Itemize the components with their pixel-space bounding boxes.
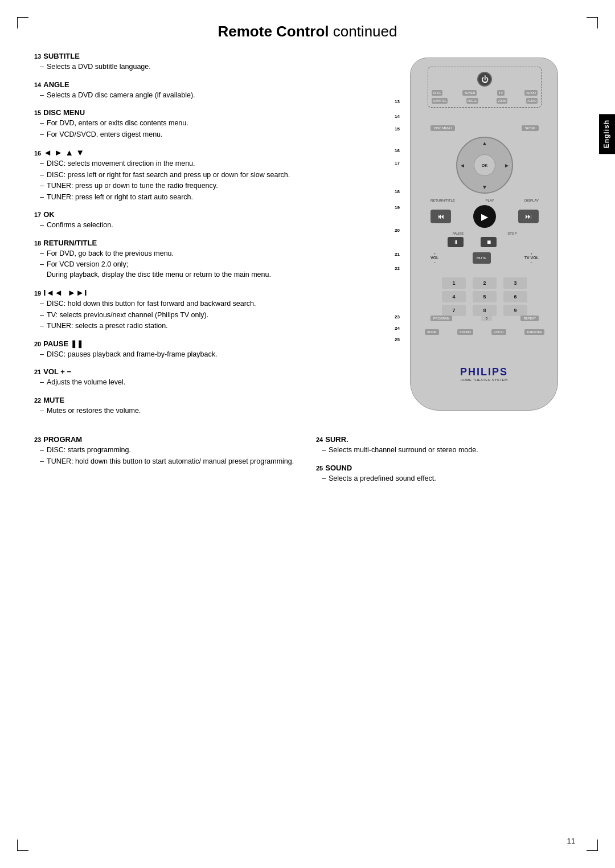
nav-ring: ▲ ▼ ◄ ► OK: [456, 137, 513, 194]
nav-left-arrow[interactable]: ◄: [460, 162, 465, 169]
list-item: For VCD/SVCD, enters digest menu.: [40, 130, 376, 140]
remote-container: 13 14 15 16 17 18 19 20 21: [399, 58, 569, 411]
section-25-header: 25 SOUND: [316, 464, 581, 472]
section-20-header: 20 PAUSE ❚❚: [34, 339, 376, 348]
nav-right-arrow[interactable]: ►: [504, 162, 510, 169]
vocal-button[interactable]: VOCAL: [491, 329, 507, 335]
stop-label: STOP: [507, 232, 516, 235]
remote-wrapper: 13 14 15 16 17 18 19 20 21: [387, 52, 581, 416]
num-0-button[interactable]: 0: [481, 316, 492, 321]
page-title-normal: continued: [329, 23, 397, 40]
row-label-18: 18: [395, 189, 400, 196]
pause-stop-labels: PAUSE STOP: [430, 232, 539, 235]
next-button[interactable]: ⏭: [518, 210, 539, 223]
section-21-list: Adjusts the volume level.: [34, 378, 376, 388]
list-item: For VCD version 2.0 only;During playback…: [40, 260, 376, 280]
stop-button[interactable]: ⏹: [481, 237, 497, 247]
corner-mark-tr: [587, 17, 598, 28]
num-6-button[interactable]: 6: [503, 291, 527, 302]
num-7-button[interactable]: 7: [442, 305, 466, 316]
section-18-title: RETURN/TITLE: [43, 239, 97, 247]
section-22: 22 MUTE Mutes or restores the volume.: [34, 396, 376, 416]
section-15-title: DISC MENU: [43, 108, 85, 117]
nav-up-arrow[interactable]: ▲: [482, 140, 487, 146]
list-item: DISC: pauses playback and frame-by-frame…: [40, 350, 376, 360]
section-24-list: Selects multi-channel surround or stereo…: [316, 445, 581, 456]
list-item: Mutes or restores the volume.: [40, 406, 376, 416]
page-title-bold: Remote Control: [218, 23, 329, 40]
repeat-button[interactable]: REPEAT: [520, 316, 539, 321]
section-23-num: 23: [34, 436, 41, 443]
karaoke-button[interactable]: KARAOKE: [524, 329, 544, 335]
section-17-title: OK: [43, 210, 55, 219]
disc-source-button[interactable]: DISC: [432, 90, 442, 96]
prev-button[interactable]: ⏮: [430, 210, 451, 223]
tuner-source-button[interactable]: TUNER: [462, 90, 477, 96]
sound-button[interactable]: SOUND: [457, 329, 473, 335]
play-button[interactable]: ▶: [473, 205, 496, 228]
row-label-13: 13: [395, 99, 400, 107]
section-18-list: For DVD, go back to the previous menu. F…: [34, 249, 376, 280]
section-15: 15 DISC MENU For DVD, enters or exits di…: [34, 108, 376, 140]
numpad-row-2: 4 5 6: [442, 291, 527, 302]
numpad-row-1: 1 2 3: [442, 277, 527, 289]
tv-source-button[interactable]: TV: [497, 90, 505, 96]
ok-button[interactable]: OK: [474, 154, 495, 176]
section-19: 19 I◄◄ ►►I DISC: hold down this button f…: [34, 288, 376, 331]
section-25-title: SOUND: [325, 464, 352, 472]
section-18-header: 18 RETURN/TITLE: [34, 239, 376, 247]
section-25-num: 25: [316, 465, 323, 472]
power-button[interactable]: ⏻: [477, 72, 492, 87]
num-1-button[interactable]: 1: [442, 277, 466, 289]
pause-button[interactable]: ⏸: [448, 237, 464, 247]
surr-row: SURR. SOUND VOCAL KARAOKE: [425, 329, 544, 335]
nav-circle: ▲ ▼ ◄ ► OK: [456, 137, 513, 194]
setup-button[interactable]: SETUP: [522, 125, 539, 131]
list-item: TUNER: press left or right to start auto…: [40, 193, 376, 203]
philips-brand-name: PHILIPS: [460, 366, 508, 378]
numpad-row-3: 7 8 9: [442, 305, 527, 316]
section-22-title: MUTE: [43, 396, 64, 404]
nav-down-arrow[interactable]: ▼: [482, 184, 487, 190]
audio-func-button[interactable]: AUDIO: [526, 98, 538, 104]
surr-button[interactable]: SURR.: [425, 329, 439, 335]
row-label-22: 22: [395, 266, 400, 273]
page-number: 11: [567, 837, 575, 845]
num-4-button[interactable]: 4: [442, 291, 466, 302]
num-8-button[interactable]: 8: [473, 305, 497, 316]
list-item: For DVD, go back to the previous menu.: [40, 249, 376, 259]
list-item: For DVD, enters or exits disc contents m…: [40, 118, 376, 129]
angle-func-button[interactable]: ANGLE: [466, 98, 478, 104]
row-label-17: 17: [395, 161, 400, 168]
section-13-num: 13: [34, 53, 41, 60]
section-15-list: For DVD, enters or exits disc contents m…: [34, 118, 376, 140]
numpad: 1 2 3 4 5 6 7 8 9: [442, 277, 527, 318]
zoom-func-button[interactable]: ZOOM: [497, 98, 507, 104]
num-2-button[interactable]: 2: [473, 277, 497, 289]
row-label-21: 21: [395, 252, 400, 259]
corner-mark-bl: [17, 840, 28, 851]
aux-source-button[interactable]: AUX/D: [524, 90, 538, 96]
row-label-24: 24: [395, 326, 400, 333]
disc-menu-button[interactable]: DISC MENU: [430, 125, 455, 131]
program-button[interactable]: PROGRAM: [430, 316, 452, 321]
row-label-23: 23: [395, 314, 400, 322]
subtitle-func-button[interactable]: SUBTITLE: [432, 98, 448, 104]
section-20-title: PAUSE ❚❚: [43, 339, 83, 348]
section-14-title: ANGLE: [43, 80, 69, 89]
section-16-list: DISC: selects movement direction in the …: [34, 159, 376, 202]
mute-button[interactable]: MUTE: [473, 252, 491, 264]
num-9-button[interactable]: 9: [503, 305, 527, 316]
section-17-header: 17 OK: [34, 210, 376, 219]
row-label-15: 15: [395, 126, 400, 134]
display-label: DISPLAY: [524, 199, 539, 202]
section-21-title: VOL + −: [43, 367, 71, 376]
list-item: TUNER: hold down this button to start au…: [40, 457, 299, 467]
section-16-header: 16 ◄ ► ▲ ▼: [34, 148, 376, 157]
num-5-button[interactable]: 5: [473, 291, 497, 302]
num-3-button[interactable]: 3: [503, 277, 527, 289]
section-15-header: 15 DISC MENU: [34, 108, 376, 117]
pause-label: PAUSE: [452, 232, 464, 235]
play-center-label: PLAY: [486, 199, 494, 202]
vol-mute-section: + VOL − MUTE + TV VOL −: [430, 252, 539, 264]
